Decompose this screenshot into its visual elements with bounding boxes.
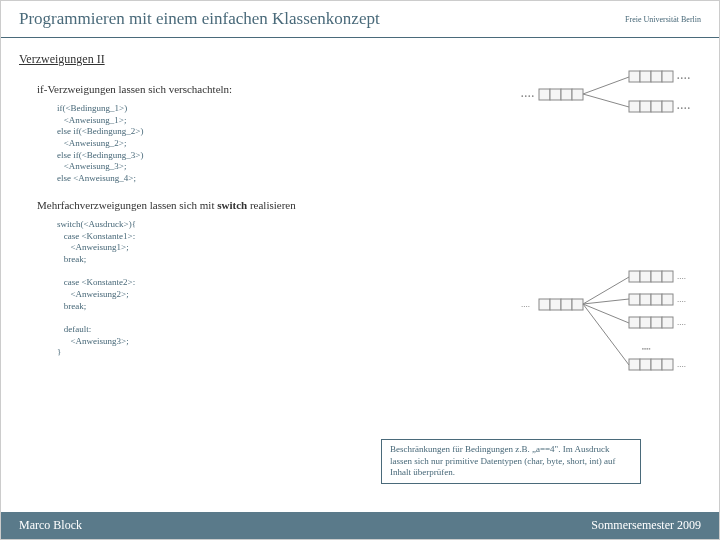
- svg-text:....: ....: [677, 359, 686, 369]
- svg-line-13: [583, 94, 629, 107]
- svg-rect-10: [651, 101, 662, 112]
- svg-text:....: ....: [677, 70, 691, 81]
- svg-rect-29: [629, 317, 640, 328]
- svg-text:....: ....: [521, 299, 530, 309]
- svg-rect-21: [629, 271, 640, 282]
- svg-rect-20: [572, 299, 583, 310]
- branch-diagram-multiway: .... .... .... .... .... ⁞: [519, 269, 699, 383]
- svg-text:....: ....: [677, 100, 691, 111]
- svg-text:....: ....: [677, 271, 686, 281]
- svg-rect-2: [561, 89, 572, 100]
- switch-keyword: switch: [217, 199, 247, 211]
- svg-rect-11: [662, 101, 673, 112]
- svg-rect-5: [640, 71, 651, 82]
- svg-rect-4: [629, 71, 640, 82]
- svg-rect-35: [651, 359, 662, 370]
- svg-rect-24: [662, 271, 673, 282]
- svg-rect-6: [651, 71, 662, 82]
- svg-rect-0: [539, 89, 550, 100]
- svg-rect-23: [651, 271, 662, 282]
- svg-rect-32: [662, 317, 673, 328]
- svg-rect-34: [640, 359, 651, 370]
- svg-text:....: ....: [677, 317, 686, 327]
- switch-intro: Mehrfachverzweigungen lassen sich mit sw…: [37, 199, 701, 211]
- svg-rect-27: [651, 294, 662, 305]
- svg-rect-1: [550, 89, 561, 100]
- svg-rect-17: [539, 299, 550, 310]
- svg-text:⁞: ⁞: [639, 347, 653, 351]
- svg-rect-25: [629, 294, 640, 305]
- footer-author: Marco Block: [19, 518, 82, 533]
- svg-rect-22: [640, 271, 651, 282]
- svg-text:....: ....: [521, 88, 535, 99]
- section-heading: Verzweigungen II: [19, 52, 701, 67]
- footer-term: Sommersemester 2009: [591, 518, 701, 533]
- svg-rect-26: [640, 294, 651, 305]
- svg-rect-7: [662, 71, 673, 82]
- svg-rect-8: [629, 101, 640, 112]
- svg-rect-31: [651, 317, 662, 328]
- svg-rect-36: [662, 359, 673, 370]
- svg-rect-9: [640, 101, 651, 112]
- svg-rect-3: [572, 89, 583, 100]
- page-title: Programmieren mit einem einfachen Klasse…: [19, 9, 380, 29]
- header: Programmieren mit einem einfachen Klasse…: [1, 1, 719, 38]
- note-box: Beschränkungen für Bedingungen z.B. „a==…: [381, 439, 641, 484]
- svg-line-12: [583, 77, 629, 94]
- branch-diagram-2way: .... .... ....: [519, 69, 699, 123]
- svg-rect-18: [550, 299, 561, 310]
- university-logo: Freie Universität Berlin: [625, 15, 701, 24]
- svg-rect-30: [640, 317, 651, 328]
- switch-intro-pre: Mehrfachverzweigungen lassen sich mit: [37, 199, 217, 211]
- svg-rect-33: [629, 359, 640, 370]
- switch-intro-post: realisieren: [247, 199, 296, 211]
- footer: Marco Block Sommersemester 2009: [1, 512, 719, 539]
- svg-rect-28: [662, 294, 673, 305]
- svg-text:....: ....: [677, 294, 686, 304]
- svg-rect-19: [561, 299, 572, 310]
